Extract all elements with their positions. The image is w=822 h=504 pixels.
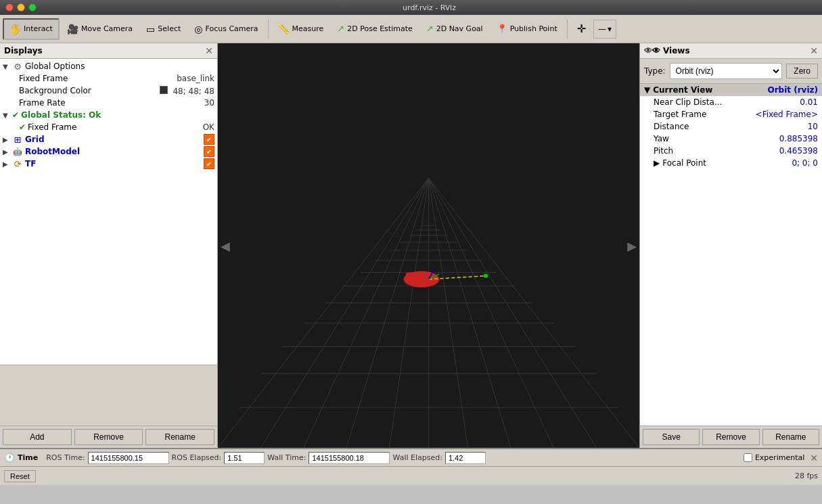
type-row: Type: Orbit (rviz) Zero [640, 59, 822, 84]
focus-camera-icon: ◎ [194, 24, 202, 35]
global-status-row[interactable]: ▼ ✔ Global Status: Ok [0, 109, 217, 121]
reset-button[interactable]: Reset [4, 470, 36, 482]
remove-button[interactable]: Remove [74, 429, 143, 445]
global-options-label: Global Options [25, 62, 214, 71]
grid-expand[interactable]: ▶ [3, 136, 12, 143]
rename-button[interactable]: Rename [145, 429, 214, 445]
frame-rate-label: Frame Rate [19, 98, 202, 108]
viewport-3d[interactable]: ◀ ▶ [218, 43, 639, 448]
wall-elapsed-input[interactable] [445, 452, 486, 464]
interact-button[interactable]: 🖐 Interact [3, 18, 60, 40]
distance-row[interactable]: Distance 10 [640, 120, 822, 133]
focus-camera-button[interactable]: ◎ Focus Camera [188, 18, 264, 40]
tf-enabled-checkbox[interactable]: ✔ [204, 158, 214, 169]
pose-estimate-icon: ↗ [337, 24, 344, 34]
experimental-row: Experimental [744, 453, 804, 462]
pose-estimate-button[interactable]: ↗ 2D Pose Estimate [331, 18, 418, 40]
views-close-button[interactable]: ✕ [810, 45, 818, 56]
ros-elapsed-input[interactable] [224, 452, 265, 464]
type-select[interactable]: Orbit (rviz) [670, 63, 783, 79]
views-rename-button[interactable]: Rename [762, 429, 819, 445]
move-camera-button[interactable]: 🎥 Move Camera [61, 18, 139, 40]
current-view-expand[interactable]: ▼ [644, 85, 650, 95]
wall-time-input[interactable] [309, 452, 390, 464]
fixed-frame-label: Fixed Frame [19, 74, 174, 83]
toolbar: 🖐 Interact 🎥 Move Camera ▭ Select ◎ Focu… [0, 15, 822, 43]
focus-camera-label: Focus Camera [205, 24, 258, 33]
experimental-label: Experimental [755, 453, 804, 462]
bg-color-value: 48; 48; 48 [173, 87, 214, 96]
tf-icon: ⟳ [12, 158, 23, 169]
ros-time-input[interactable] [88, 452, 169, 464]
displays-lower-panel [0, 365, 217, 426]
viewport-arrow-right[interactable]: ▶ [624, 236, 639, 256]
robot-model-checkbox[interactable]: ✔ [204, 146, 214, 157]
bg-color-row[interactable]: Background Color 48; 48; 48 [0, 85, 217, 97]
add-crosshair-button[interactable]: ✛ [571, 18, 592, 40]
fixed-frame-status-row[interactable]: ✔ Fixed Frame OK [0, 121, 217, 133]
bg-color-label: Background Color [19, 86, 157, 95]
displays-title: Displays [4, 46, 43, 55]
tf-label[interactable]: TF [25, 159, 204, 168]
add-button[interactable]: Add [3, 429, 72, 445]
global-status-expand[interactable]: ▼ [3, 112, 12, 119]
publish-point-button[interactable]: 📍 Publish Point [490, 18, 564, 40]
time-label: Time [18, 453, 38, 462]
close-button[interactable] [5, 3, 14, 12]
tf-row[interactable]: ▶ ⟳ TF ✔ [0, 158, 217, 170]
select-button[interactable]: ▭ Select [140, 18, 187, 40]
views-bottom-buttons: Save Remove Rename [640, 426, 822, 448]
nav-goal-button[interactable]: ↗ 2D Nav Goal [420, 18, 489, 40]
zero-button[interactable]: Zero [786, 64, 818, 78]
pitch-row[interactable]: Pitch 0.465398 [640, 145, 822, 157]
displays-tree: ▼ Global Options Fixed Frame base_link B… [0, 59, 217, 365]
target-frame-label: Target Frame [654, 110, 756, 119]
displays-close-button[interactable]: ✕ [205, 45, 213, 56]
nav-goal-icon: ↗ [426, 24, 434, 34]
measure-label: Measure [292, 24, 324, 33]
global-options-expand[interactable]: ▼ [3, 63, 12, 70]
views-title: Views [663, 46, 690, 55]
frame-rate-row[interactable]: Frame Rate 30 [0, 97, 217, 109]
window-title: urdf.rviz - RViz [42, 3, 817, 12]
grid-label[interactable]: Grid [25, 135, 204, 144]
views-remove-button[interactable]: Remove [702, 429, 759, 445]
current-view-type: Orbit (rviz) [767, 85, 818, 95]
global-options-row[interactable]: ▼ Global Options [0, 60, 217, 72]
measure-button[interactable]: 📏 Measure [272, 18, 330, 40]
grid-row[interactable]: ▶ ⊞ Grid ✔ [0, 133, 217, 145]
views-header: 👁 Views ✕ [640, 43, 822, 59]
tf-checkbox[interactable]: ✔ [204, 158, 214, 169]
window-controls[interactable] [5, 3, 37, 12]
minimize-button[interactable] [17, 3, 25, 12]
focal-point-expand[interactable]: ▶ [654, 158, 660, 168]
tf-expand[interactable]: ▶ [3, 160, 12, 168]
robot-model-enabled-checkbox[interactable]: ✔ [204, 146, 214, 157]
toolbar-separator-2 [567, 20, 568, 39]
time-close-button[interactable]: ✕ [810, 453, 818, 463]
robot-model-label[interactable]: RobotModel [25, 147, 204, 156]
toolbar-dropdown[interactable]: — ▾ [593, 20, 616, 39]
yaw-row[interactable]: Yaw 0.885398 [640, 133, 822, 145]
clock-icon: 🕐 [4, 453, 15, 463]
focal-point-row[interactable]: ▶ Focal Point 0; 0; 0 [640, 157, 822, 169]
time-bar: 🕐 Time ROS Time: ROS Elapsed: Wall Time:… [0, 448, 822, 466]
maximize-button[interactable] [28, 3, 37, 12]
robot-model-row[interactable]: ▶ 🤖 RobotModel ✔ [0, 145, 217, 158]
current-view-header[interactable]: ▼ Current View Orbit (rviz) [640, 84, 822, 96]
fixed-frame-status-value: OK [203, 122, 214, 132]
robot-model-icon: 🤖 [12, 146, 23, 157]
robot-model-expand[interactable]: ▶ [3, 148, 12, 156]
grid-enabled-checkbox[interactable]: ✔ [204, 134, 214, 145]
yaw-label: Yaw [654, 134, 779, 143]
experimental-checkbox[interactable] [744, 453, 752, 462]
near-clip-row[interactable]: Near Clip Dista... 0.01 [640, 96, 822, 108]
target-frame-row[interactable]: Target Frame <Fixed Frame> [640, 108, 822, 120]
views-tree: ▼ Current View Orbit (rviz) Near Clip Di… [640, 84, 822, 426]
frame-rate-value: 30 [204, 98, 214, 108]
viewport-arrow-left[interactable]: ◀ [218, 236, 233, 256]
fixed-frame-row[interactable]: Fixed Frame base_link [0, 72, 217, 85]
grid-checkbox[interactable]: ✔ [204, 134, 214, 145]
bg-color-swatch: 48; 48; 48 [160, 86, 214, 96]
views-save-button[interactable]: Save [643, 429, 700, 445]
